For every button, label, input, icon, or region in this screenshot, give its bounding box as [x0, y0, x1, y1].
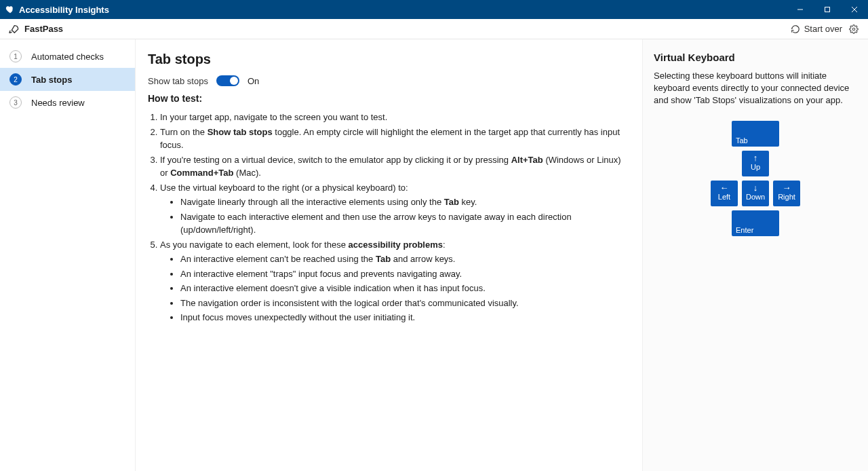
- step-5-bullet: Input focus moves unexpectedly without t…: [180, 311, 622, 324]
- step-2: Turn on the Show tab stops toggle. An em…: [160, 126, 622, 152]
- vk-title: Virtual Keyboard: [654, 52, 857, 63]
- step-5-bullet: An interactive element can't be reached …: [180, 252, 622, 266]
- section-title: FastPass: [24, 24, 63, 34]
- arrow-right-icon: →: [783, 183, 791, 192]
- vk-enter-key[interactable]: Enter: [732, 210, 779, 236]
- step-number-badge: 3: [9, 96, 22, 109]
- toggle-label: Show tab stops: [148, 76, 208, 86]
- sidebar-item-label: Automated checks: [31, 52, 104, 62]
- sidebar-item-needs-review[interactable]: 3 Needs review: [0, 91, 135, 114]
- sidebar: 1 Automated checks 2 Tab stops 3 Needs r…: [0, 39, 136, 471]
- vk-description: Selecting these keyboard buttons will in…: [654, 70, 857, 107]
- virtual-keyboard-panel: Virtual Keyboard Selecting these keyboar…: [643, 39, 868, 471]
- step-4: Use the virtual keyboard to the right (o…: [160, 181, 622, 237]
- keypad: Tab ↑Up ←Left ↓Down →Right Enter: [654, 121, 857, 236]
- step-3: If you're testing on a virtual device, s…: [160, 153, 622, 180]
- window-maximize-button[interactable]: [814, 0, 841, 19]
- arrow-down-icon: ↓: [753, 183, 758, 192]
- step-number-badge: 2: [9, 73, 22, 86]
- window-minimize-button[interactable]: [787, 0, 814, 19]
- sidebar-item-label: Tab stops: [31, 75, 72, 85]
- sidebar-item-automated-checks[interactable]: 1 Automated checks: [0, 45, 135, 68]
- settings-button[interactable]: [849, 24, 859, 34]
- sidebar-item-label: Needs review: [31, 98, 85, 108]
- step-5-bullet: An interactive element doesn't give a vi…: [180, 282, 622, 295]
- vk-down-key[interactable]: ↓Down: [742, 181, 769, 206]
- step-5: As you navigate to each element, look fo…: [160, 238, 622, 324]
- start-over-button[interactable]: Start over: [791, 24, 842, 34]
- subheader: FastPass Start over: [0, 19, 868, 39]
- vk-tab-key[interactable]: Tab: [732, 121, 779, 147]
- vk-up-key[interactable]: ↑Up: [742, 151, 769, 176]
- step-4-bullet-1: Navigate linearly through all the intera…: [180, 195, 622, 209]
- step-5-bullet: The navigation order is inconsistent wit…: [180, 297, 622, 310]
- step-number-badge: 1: [9, 50, 22, 62]
- window-close-button[interactable]: [841, 0, 868, 19]
- howto-title: How to test:: [148, 93, 622, 104]
- app-logo-icon: [5, 5, 15, 14]
- window-controls: [787, 0, 868, 19]
- vk-right-key[interactable]: →Right: [773, 181, 800, 206]
- svg-rect-1: [825, 7, 830, 12]
- arrow-left-icon: ←: [720, 183, 729, 192]
- app-title: Accessibility Insights: [19, 5, 109, 15]
- show-tab-stops-toggle[interactable]: [216, 75, 239, 86]
- howto-steps: In your target app, navigate to the scre…: [148, 111, 622, 324]
- svg-point-4: [852, 28, 855, 31]
- step-1: In your target app, navigate to the scre…: [160, 111, 622, 124]
- step-4-bullet-2: Navigate to each interactive element and…: [180, 210, 622, 237]
- page-title: Tab stops: [148, 52, 622, 67]
- rocket-icon: [8, 24, 19, 35]
- start-over-label: Start over: [804, 24, 842, 34]
- toggle-state: On: [248, 76, 259, 86]
- step-5-bullet: An interactive element "traps" input foc…: [180, 267, 622, 281]
- main-panel: Tab stops Show tab stops On How to test:…: [136, 39, 643, 471]
- vk-left-key[interactable]: ←Left: [711, 181, 738, 206]
- titlebar: Accessibility Insights: [0, 0, 868, 19]
- arrow-up-icon: ↑: [753, 153, 758, 162]
- refresh-icon: [791, 24, 800, 34]
- sidebar-item-tab-stops[interactable]: 2 Tab stops: [0, 68, 135, 91]
